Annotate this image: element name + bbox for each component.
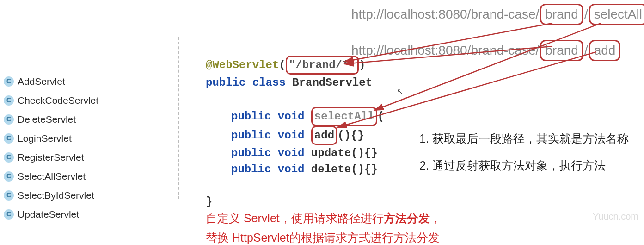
steps-list: 获取最后一段路径，其实就是方法名称 通过反射获取方法对象，执行方法: [414, 119, 629, 185]
class-icon: C: [4, 190, 14, 201]
servlet-path-box: "/brand/*": [286, 56, 359, 75]
kw-public: public: [231, 129, 271, 142]
url-path-brand: brand: [540, 4, 583, 25]
code-block: @WebServlet("/brand/*") public class Bra…: [206, 56, 384, 210]
summary-line2: 替换 HttpServlet的根据请求方式进行方法分发: [206, 228, 442, 245]
file-item[interactable]: CSelectByIdServlet: [0, 186, 139, 205]
tail: (: [377, 110, 384, 123]
summary-line1c: ，: [430, 212, 442, 225]
url-examples: http://localhost:8080/brand-case/brand/s…: [351, 4, 644, 76]
url-row-1: http://localhost:8080/brand-case/brand/s…: [351, 4, 644, 25]
brace-close: }: [206, 195, 212, 208]
url-prefix: http://localhost:8080/brand-case/: [351, 7, 539, 21]
url-path-selectall: selectAll: [589, 4, 644, 25]
file-label: UpdateServlet: [18, 206, 79, 222]
file-label: SelectByIdServlet: [18, 187, 94, 203]
file-item[interactable]: CAddServlet: [0, 72, 139, 91]
kw-public: public: [231, 147, 271, 159]
kw-public: public: [231, 163, 271, 176]
paren: (: [279, 59, 285, 71]
kw-void: void: [278, 163, 305, 176]
file-item[interactable]: CRegisterServlet: [0, 148, 139, 167]
file-item[interactable]: CSelectAllServlet: [0, 167, 139, 186]
class-icon: C: [4, 152, 14, 163]
kw-void: void: [278, 110, 305, 123]
tail: (){}: [337, 129, 364, 142]
kw-public: public: [231, 110, 271, 123]
kw-void: void: [278, 129, 305, 142]
watermark: Yuucn.com: [593, 211, 638, 222]
kw-void: void: [278, 147, 305, 159]
vertical-divider: [178, 37, 179, 199]
class-icon: C: [4, 114, 14, 125]
class-icon: C: [4, 133, 14, 144]
annotation: @WebServlet: [206, 59, 279, 71]
file-item[interactable]: CLoginServlet: [0, 129, 139, 148]
class-icon: C: [4, 76, 14, 87]
summary-line1a: 自定义 Servlet，使用请求路径进行: [206, 212, 384, 225]
file-item[interactable]: CCheckCodeServlet: [0, 91, 139, 110]
cursor-icon: ↖: [397, 87, 403, 96]
kw-class: class: [252, 76, 286, 89]
file-label: DeleteServlet: [18, 111, 76, 127]
kw-public: public: [206, 76, 245, 89]
summary-text: 自定义 Servlet，使用请求路径进行方法分发， 替换 HttpServlet…: [206, 208, 442, 245]
step-2: 通过反射获取方法对象，执行方法: [432, 158, 629, 173]
file-label: LoginServlet: [18, 130, 72, 146]
file-label: RegisterServlet: [18, 149, 84, 165]
method-update: update(){}: [311, 147, 378, 159]
file-list: CAddServlet CCheckCodeServlet CDeleteSer…: [0, 72, 139, 224]
summary-bold: 方法分发: [384, 212, 430, 225]
file-item[interactable]: CDeleteServlet: [0, 110, 139, 129]
method-add-box: add: [311, 126, 337, 145]
method-selectall-box: selectAll: [311, 107, 378, 126]
url-path-add: add: [589, 40, 621, 61]
class-icon: C: [4, 209, 14, 220]
file-label: AddServlet: [18, 73, 65, 89]
step-1: 获取最后一段路径，其实就是方法名称: [432, 131, 629, 146]
file-label: SelectAllServlet: [18, 168, 86, 184]
url-path-brand: brand: [540, 40, 583, 61]
url-row-2: http://localhost:8080/brand-case/brand/a…: [351, 40, 644, 61]
method-delete: delete(){}: [311, 163, 378, 176]
file-label: CheckCodeServlet: [18, 92, 98, 108]
class-icon: C: [4, 95, 14, 106]
file-item[interactable]: CUpdateServlet: [0, 205, 139, 224]
paren: ): [359, 59, 365, 71]
class-name: BrandServlet: [292, 76, 372, 89]
class-icon: C: [4, 171, 14, 182]
